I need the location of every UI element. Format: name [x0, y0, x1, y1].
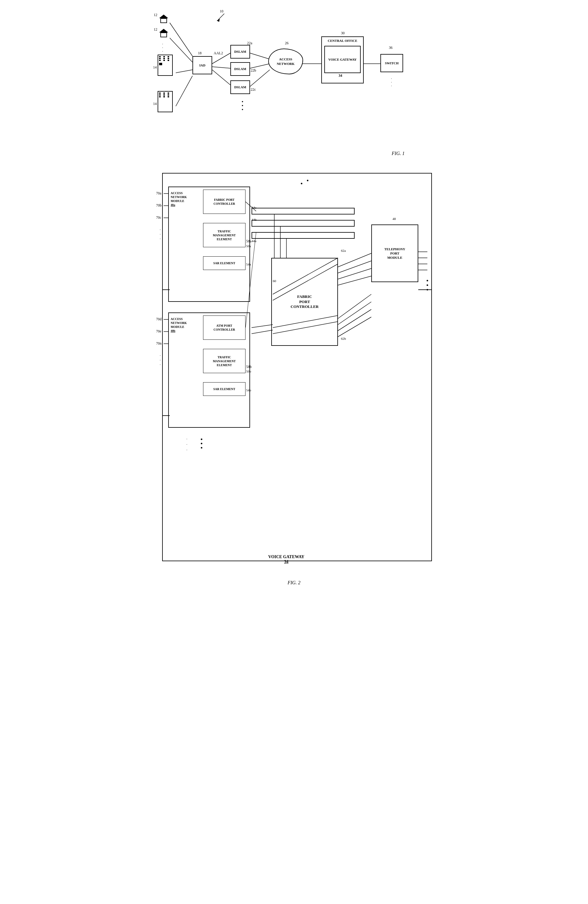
ref-60: 60 — [273, 279, 276, 283]
fig1-diagram: 10 — [153, 6, 435, 155]
svg-line-10 — [250, 64, 270, 68]
svg-marker-1 — [217, 19, 220, 22]
svg-line-3 — [170, 38, 192, 62]
ref-44a: 44a — [252, 239, 256, 243]
central-office-box: CENTRAL OFFICE VOICE GATEWAY 34 — [321, 36, 364, 84]
ref-70c: 70c — [156, 215, 161, 220]
svg-line-0 — [218, 14, 224, 20]
ref-70e: 70e — [156, 329, 161, 334]
ref-34: 34 — [339, 73, 342, 78]
svg-point-16 — [242, 109, 243, 110]
ref-44c: 44c — [252, 205, 256, 209]
bus-44c — [252, 208, 355, 215]
dslam-22a-box: DSLAM — [230, 45, 250, 58]
ref-22c: 22c — [251, 87, 256, 92]
bus-44b — [252, 220, 355, 227]
ref-70a: 70a — [156, 191, 161, 196]
fig1-caption: FIG. 1 — [392, 151, 405, 156]
ref-54b: 54b — [246, 388, 251, 392]
ref-58b: 58b — [246, 365, 252, 369]
ref-40a: 40a — [171, 203, 175, 207]
sar-54b-box: SAR ELEMENT — [203, 382, 246, 396]
dslam-22b-box: DSLAM — [230, 62, 250, 76]
svg-line-5 — [176, 76, 192, 106]
fig2-diagram: VOICE GATEWAY 34 ACCESS NETWORK MODULE 4… — [153, 164, 435, 588]
ref-62a: 62a — [341, 249, 346, 252]
ref-10: 10 — [220, 9, 223, 14]
central-office-label: CENTRAL OFFICE — [328, 38, 357, 43]
ref-48: 48 — [393, 217, 396, 221]
svg-line-7 — [212, 67, 230, 68]
switch-box: SWITCH — [380, 54, 403, 72]
ref-12b: 12 — [154, 27, 157, 32]
ref-44b: 44b — [252, 218, 257, 221]
ref-14a: 14 — [153, 65, 157, 70]
sar-50a-box: SAR ELEMENT — [203, 256, 246, 270]
dslam-22c-box: DSLAM — [230, 81, 250, 94]
tpm-box: TELEPHONY PORT MODULE — [371, 224, 418, 282]
iad-box: IAD — [192, 56, 212, 74]
ref-34-fig2: 34 — [284, 559, 288, 564]
ref-36: 36 — [389, 46, 393, 50]
ref-70d: 70d — [156, 317, 162, 322]
ref-62b: 62b — [341, 337, 346, 340]
svg-point-15 — [242, 105, 243, 106]
ref-18: 18 — [198, 51, 202, 55]
anm-40b-label: ACCESS NETWORK MODULE 40b — [171, 317, 187, 333]
house-icon-1 — [159, 14, 168, 23]
ref-50b: 50b — [246, 370, 251, 373]
ref-50a: 50a — [246, 244, 251, 248]
svg-line-8 — [212, 70, 230, 85]
house-icon-2 — [159, 29, 168, 37]
ref-70b: 70b — [156, 203, 162, 208]
dot-s3: · — [391, 84, 392, 88]
bus-44a — [252, 232, 355, 239]
access-network-cloud: ACCESS NETWORK — [268, 49, 303, 74]
fig2-caption: FIG. 2 — [153, 580, 435, 585]
ref-30: 30 — [341, 31, 345, 35]
voice-gateway-box: VOICE GATEWAY 34 — [324, 46, 361, 73]
tme-50b-box: TRAFFIC MANAGEMENT ELEMENT — [203, 349, 246, 373]
ref-58a: 58a — [246, 239, 251, 243]
tme-50a-box: TRAFFIC MANAGEMENT ELEMENT — [203, 223, 246, 247]
ref-12a: 12 — [154, 13, 157, 17]
svg-point-14 — [242, 101, 243, 102]
ref-22a: 22a — [247, 41, 252, 46]
ref-26: 26 — [285, 41, 288, 46]
svg-line-2 — [170, 23, 192, 56]
anm-40a-label: ACCESS NETWORK MODULE 40a — [171, 191, 187, 207]
aal2-label: AAL2 — [214, 51, 223, 55]
ref-54a: 54a — [246, 262, 251, 266]
page: 10 — [147, 0, 441, 594]
dots-3: · — [162, 49, 163, 54]
ref-22b: 22b — [251, 68, 256, 73]
fpc-main-box: FABRIC PORT CONTROLLER — [271, 258, 338, 346]
ref-70n: 70n — [156, 341, 162, 346]
ref-14b: 14 — [153, 102, 157, 106]
svg-line-9 — [250, 53, 270, 59]
voice-gateway-fig2-label: VOICE GATEWAY 34 — [268, 555, 304, 564]
svg-line-4 — [176, 70, 192, 73]
atm-pc-box: ATM PORT CONTROLLER — [203, 316, 246, 340]
ref-40b: 40b — [171, 329, 175, 332]
fig1-arrows — [153, 6, 435, 155]
fpc-40a-box: FABRIC PORT CONTROLLER — [203, 190, 246, 214]
